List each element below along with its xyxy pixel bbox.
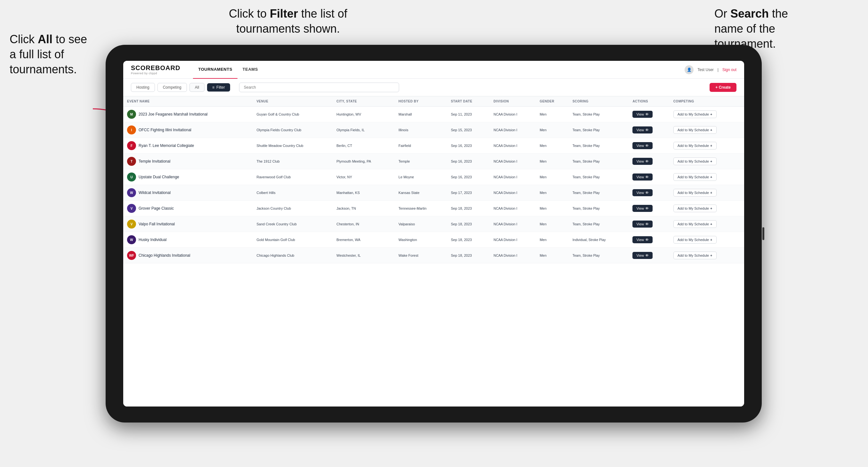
- cell-scoring: Team, Stroke Play: [569, 216, 629, 232]
- cell-hosted-by: Temple: [395, 154, 447, 169]
- search-box: [239, 83, 399, 92]
- cell-competing: Add to My Schedule +: [670, 169, 744, 185]
- cell-actions: View 👁: [629, 216, 669, 232]
- view-label: View: [636, 144, 644, 148]
- cell-gender: Men: [536, 169, 568, 185]
- view-button[interactable]: View 👁: [632, 142, 653, 149]
- cell-hosted-by: Kansas State: [395, 185, 447, 201]
- view-button[interactable]: View 👁: [632, 189, 653, 196]
- table-row: T Temple Invitational The 1912 Club Plym…: [123, 154, 744, 169]
- annotation-filter: Click to Filter the list oftournaments s…: [192, 6, 384, 36]
- cell-scoring: Team, Stroke Play: [569, 154, 629, 169]
- table-row: I OFCC Fighting Illini Invitational Olym…: [123, 122, 744, 138]
- add-to-schedule-button[interactable]: Add to My Schedule +: [673, 236, 717, 244]
- cell-venue: The 1912 Club: [252, 154, 333, 169]
- tab-all[interactable]: All: [189, 83, 205, 92]
- cell-city-state: Bremerton, WA: [333, 232, 395, 248]
- add-to-schedule-button[interactable]: Add to My Schedule +: [673, 111, 717, 118]
- add-to-schedule-button[interactable]: Add to My Schedule +: [673, 157, 717, 165]
- table-body: M 2023 Joe Feaganes Marshall Invitationa…: [123, 106, 744, 263]
- cell-actions: View 👁: [629, 201, 669, 216]
- col-scoring: SCORING: [569, 96, 629, 106]
- cell-division: NCAA Division I: [490, 106, 536, 122]
- add-schedule-label: Add to My Schedule: [678, 112, 709, 116]
- view-button[interactable]: View 👁: [632, 252, 653, 259]
- cell-actions: View 👁: [629, 138, 669, 154]
- filter-icon: ≡: [212, 85, 214, 90]
- cell-competing: Add to My Schedule +: [670, 138, 744, 154]
- cell-city-state: Manhattan, KS: [333, 185, 395, 201]
- view-button[interactable]: View 👁: [632, 158, 653, 165]
- view-label: View: [636, 238, 644, 242]
- add-to-schedule-button[interactable]: Add to My Schedule +: [673, 126, 717, 134]
- cell-venue: Chicago Highlands Club: [252, 248, 333, 263]
- cell-competing: Add to My Schedule +: [670, 232, 744, 248]
- cell-competing: Add to My Schedule +: [670, 154, 744, 169]
- user-name: Test User: [698, 67, 714, 72]
- cell-division: NCAA Division I: [490, 138, 536, 154]
- cell-event-name: U Upstate Dual Challenge: [123, 169, 252, 185]
- view-button[interactable]: View 👁: [632, 174, 653, 181]
- view-button[interactable]: View 👁: [632, 221, 653, 227]
- cell-gender: Men: [536, 248, 568, 263]
- eye-icon: 👁: [645, 144, 649, 148]
- team-logo-letter: F: [131, 144, 132, 148]
- eye-icon: 👁: [645, 112, 649, 116]
- team-logo-letter: M: [130, 113, 133, 116]
- sign-out-link[interactable]: Sign out: [722, 67, 737, 72]
- cell-competing: Add to My Schedule +: [670, 201, 744, 216]
- view-label: View: [636, 159, 644, 163]
- cell-event-name: V Grover Page Classic: [123, 201, 252, 216]
- add-icon: +: [710, 159, 712, 163]
- cell-city-state: Westchester, IL: [333, 248, 395, 263]
- event-name: Valpo Fall Invitational: [138, 222, 175, 226]
- search-input[interactable]: [239, 83, 399, 92]
- view-button[interactable]: View 👁: [632, 111, 653, 118]
- cell-start-date: Sep 16, 2023: [447, 154, 490, 169]
- user-icon: 👤: [685, 65, 693, 74]
- cell-scoring: Individual, Stroke Play: [569, 232, 629, 248]
- cell-start-date: Sep 18, 2023: [447, 248, 490, 263]
- cell-competing: Add to My Schedule +: [670, 216, 744, 232]
- tab-competing[interactable]: Competing: [157, 83, 187, 92]
- cell-event-name: F Ryan T. Lee Memorial Collegiate: [123, 138, 252, 154]
- team-logo-letter: W: [130, 238, 133, 242]
- add-icon: +: [710, 128, 712, 132]
- tab-hosting[interactable]: Hosting: [131, 83, 155, 92]
- cell-division: NCAA Division I: [490, 169, 536, 185]
- cell-gender: Men: [536, 138, 568, 154]
- filter-button[interactable]: ≡ Filter: [207, 83, 230, 92]
- col-actions: ACTIONS: [629, 96, 669, 106]
- tablet-screen: SCOREBOARD Powered by clippd TOURNAMENTS…: [123, 61, 744, 406]
- add-to-schedule-button[interactable]: Add to My Schedule +: [673, 205, 717, 212]
- view-button[interactable]: View 👁: [632, 205, 653, 212]
- nav-teams[interactable]: TEAMS: [238, 61, 263, 79]
- logo-text: SCOREBOARD: [131, 64, 180, 72]
- cell-gender: Men: [536, 106, 568, 122]
- cell-venue: Sand Creek Country Club: [252, 216, 333, 232]
- add-to-schedule-button[interactable]: Add to My Schedule +: [673, 252, 717, 259]
- add-to-schedule-button[interactable]: Add to My Schedule +: [673, 173, 717, 181]
- cell-hosted-by: Marshall: [395, 106, 447, 122]
- cell-scoring: Team, Stroke Play: [569, 138, 629, 154]
- logo-sub: Powered by clippd: [131, 72, 180, 75]
- cell-gender: Men: [536, 216, 568, 232]
- eye-icon: 👁: [645, 128, 649, 132]
- event-name: Ryan T. Lee Memorial Collegiate: [138, 144, 194, 148]
- cell-start-date: Sep 18, 2023: [447, 216, 490, 232]
- add-icon: +: [710, 207, 712, 210]
- col-start-date: START DATE: [447, 96, 490, 106]
- table-row: F Ryan T. Lee Memorial Collegiate Shuttl…: [123, 138, 744, 154]
- view-button[interactable]: View 👁: [632, 126, 653, 133]
- view-button[interactable]: View 👁: [632, 236, 653, 243]
- nav-tournaments[interactable]: TOURNAMENTS: [193, 61, 237, 79]
- cell-start-date: Sep 18, 2023: [447, 201, 490, 216]
- add-to-schedule-button[interactable]: Add to My Schedule +: [673, 142, 717, 150]
- create-button[interactable]: + Create: [710, 83, 737, 92]
- add-to-schedule-button[interactable]: Add to My Schedule +: [673, 220, 717, 228]
- cell-actions: View 👁: [629, 122, 669, 138]
- add-schedule-label: Add to My Schedule: [678, 222, 709, 226]
- add-to-schedule-button[interactable]: Add to My Schedule +: [673, 189, 717, 196]
- col-city-state: CITY, STATE: [333, 96, 395, 106]
- view-label: View: [636, 253, 644, 257]
